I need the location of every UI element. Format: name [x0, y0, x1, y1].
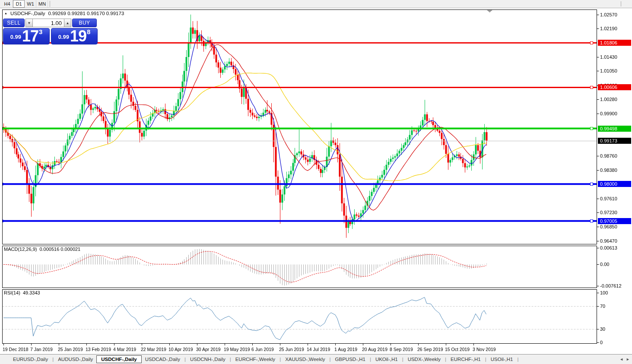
tab-separator: |	[279, 357, 282, 362]
price-tick-label: 1.02570	[600, 12, 617, 18]
rsi-axis-label: 100	[600, 290, 608, 296]
volume-increase-button[interactable]: ▲	[64, 19, 71, 27]
price-tick-label: 1.02190	[600, 25, 617, 32]
chart-tabs: EURUSD-,Daily|AUDUSD-,DailyUSDCHF-,Daily…	[10, 355, 520, 363]
rsi-value: 49.3343	[23, 290, 40, 295]
chart-tab-ukoil-h1[interactable]: UKOil-,H1	[372, 356, 401, 363]
volume-decrease-button[interactable]: ▼	[25, 19, 33, 27]
date-axis-label: 7 Jan 2019	[30, 347, 53, 352]
timeframe-button-d1[interactable]: D1	[13, 0, 25, 8]
hline-price-label: 0.98000	[598, 181, 631, 187]
sell-button[interactable]: SELL	[3, 19, 25, 27]
tab-separator: |	[401, 357, 404, 362]
sell-price-point: 3	[39, 28, 42, 35]
date-axis-label: 8 Sep 2019	[390, 347, 413, 352]
tab-separator: |	[51, 357, 54, 362]
macd-values: 0.000516 0.000021	[39, 247, 80, 252]
date-axis-label: 26 Sep 2019	[417, 347, 443, 352]
rsi-axis-label: 30	[600, 326, 605, 332]
buy-button[interactable]: BUY	[72, 19, 97, 27]
date-axis-label: 1 Aug 2019	[334, 347, 357, 352]
sell-price-prefix: 0.99	[10, 34, 21, 40]
date-axis-label: 4 Mar 2019	[113, 347, 136, 352]
hline-price-label: 1.00606	[598, 84, 631, 90]
tab-separator: |	[517, 357, 520, 362]
price-tick-label: 0.96470	[600, 238, 617, 244]
tabs-scroll-left-icon[interactable]: ◄	[619, 357, 623, 361]
trade-controls-row: SELL ▼ ▲ BUY	[3, 19, 98, 27]
date-axis-label: 15 Oct 2019	[445, 347, 470, 352]
trade-prices-row: 0.99 17 3 0.99 19 8	[3, 28, 98, 44]
tab-separator: |	[184, 357, 187, 362]
date-axis-label: 6 Jun 2019	[251, 347, 274, 352]
timeframe-buttons: H4D1W1MN	[1, 0, 48, 8]
chart-tabbar: EURUSD-,Daily|AUDUSD-,DailyUSDCHF-,Daily…	[0, 354, 632, 364]
date-axis-label: 25 Jan 2019	[58, 347, 83, 352]
macd-axis-label: 0.00	[600, 261, 609, 267]
price-tick-label: 0.98760	[600, 153, 617, 159]
chart-tab-audusd-daily[interactable]: AUDUSD-,Daily	[54, 356, 96, 363]
tab-separator: |	[484, 357, 487, 362]
current-price-label: 0.99173	[598, 138, 631, 144]
timeframe-button-mn[interactable]: MN	[36, 0, 48, 8]
chart-tab-eurchf-h1[interactable]: EURCHF-,H1	[447, 356, 484, 363]
sell-price-pips: 17	[22, 29, 38, 43]
chart-tab-usdcad-daily[interactable]: USDCAD-,Daily	[142, 356, 184, 363]
sell-price-button[interactable]: 0.99 17 3	[3, 28, 50, 44]
macd-name: MACD(12,26,9)	[4, 247, 37, 252]
date-axis-label: 14 Jul 2019	[307, 347, 330, 352]
price-tick-label: 0.96850	[600, 224, 617, 230]
price-tick-label: 0.99900	[600, 111, 617, 117]
timeframe-button-w1[interactable]: W1	[25, 0, 36, 8]
hline-price-label: 1.01806	[598, 40, 631, 46]
buy-price-button[interactable]: 0.99 19 8	[51, 28, 98, 44]
buy-price-pips: 19	[70, 29, 86, 43]
price-tick-label: 1.01050	[600, 68, 617, 74]
date-axis-label: 30 Apr 2019	[196, 347, 221, 352]
buy-price-prefix: 0.99	[58, 34, 69, 40]
chart-tab-usdchf-daily[interactable]: USDCHF-,Daily	[96, 355, 141, 363]
price-tick-label: 0.97610	[600, 196, 617, 202]
chart-tab-usdcnh-daily[interactable]: USDCNH-,Daily	[187, 356, 229, 363]
toolbar-divider	[50, 1, 50, 7]
date-axis-label: 25 Jun 2019	[279, 347, 304, 352]
date-axis-label: 13 Feb 2019	[86, 347, 111, 352]
price-chart-canvas[interactable]	[0, 8, 632, 354]
tabs-scroll-right-icon[interactable]: ►	[626, 357, 630, 361]
symbol-timeframe-label: USDCHF-,Daily	[10, 11, 45, 16]
terminal-window: H4D1W1MN ▲ USDCHF-,Daily 0.99269 0.99281…	[0, 0, 632, 364]
macd-axis-label: -0.007612	[600, 283, 622, 289]
tab-separator: |	[369, 357, 372, 362]
date-axis-label: 22 Mar 2019	[141, 347, 166, 352]
date-axis-label: 3 Nov 2019	[473, 347, 496, 352]
date-axis-label: 20 Aug 2019	[362, 347, 387, 352]
price-tick-label: 0.97230	[600, 209, 617, 215]
date-axis-label: 19 Dec 2018	[3, 347, 29, 352]
price-tick-label: 1.00280	[600, 96, 617, 102]
tab-separator: |	[329, 357, 332, 362]
chart-tab-usdx-weekly[interactable]: USDX-,Weekly	[404, 356, 444, 363]
date-axis-label: 10 Apr 2019	[168, 347, 193, 352]
date-axis-label: 19 May 2019	[224, 347, 250, 352]
chart-tab-gbpusd-h1[interactable]: GBPUSD-,H1	[332, 356, 369, 363]
buy-price-point: 8	[87, 28, 90, 35]
toolbar-right-divider	[621, 1, 621, 6]
chart-tab-eurchf-weekly[interactable]: EURCHF-,Weekly	[232, 356, 279, 363]
tab-separator: |	[444, 357, 447, 362]
volume-input[interactable]	[33, 19, 64, 27]
price-tick-label: 1.01430	[600, 54, 617, 60]
rsi-indicator-label: RSI(14)49.3343	[4, 290, 40, 295]
rsi-name: RSI(14)	[4, 290, 20, 295]
collapse-panel-icon[interactable]: ▲	[4, 11, 7, 16]
timeframe-button-h4[interactable]: H4	[1, 0, 13, 8]
chart-tab-xauusd-weekly[interactable]: XAUUSD-,Weekly	[282, 356, 328, 363]
tabbar-nav: ◄ ►	[619, 355, 630, 364]
hline-price-label: 0.99498	[598, 126, 631, 132]
chart-tab-usoil-h1[interactable]: USOil-,H1	[487, 356, 517, 363]
chart-workspace: ▲ USDCHF-,Daily 0.99269 0.99281 0.99170 …	[0, 8, 632, 354]
timeframe-toolbar: H4D1W1MN	[0, 0, 632, 8]
hline-price-label: 0.97005	[598, 218, 631, 224]
ohlc-values: 0.99269 0.99281 0.99170 0.99173	[48, 11, 124, 16]
chart-title: ▲ USDCHF-,Daily 0.99269 0.99281 0.99170 …	[4, 11, 124, 16]
chart-tab-eurusd-daily[interactable]: EURUSD-,Daily	[10, 356, 51, 363]
